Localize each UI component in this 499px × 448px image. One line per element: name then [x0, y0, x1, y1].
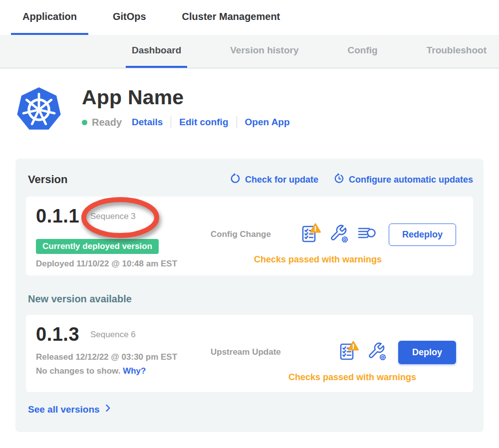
current-checks-status: Checks passed with warnings: [254, 254, 463, 265]
no-changes-text: No changes to show.: [36, 366, 120, 376]
current-version-sequence: Sequence 3: [90, 212, 136, 222]
available-version-sequence: Sequence 6: [90, 330, 136, 340]
check-for-update-label: Check for update: [245, 175, 318, 185]
current-version-number: 0.1.1: [36, 206, 79, 227]
tab-application[interactable]: Application: [11, 0, 88, 35]
status-ready-dot: [82, 120, 87, 125]
refresh-icon: [230, 173, 241, 187]
app-title: App Name: [82, 86, 290, 109]
tab-cluster-management[interactable]: Cluster Management: [171, 0, 292, 35]
app-sub-nav: Dashboard Version history Config Trouble…: [0, 35, 499, 68]
edit-config-icon[interactable]: [366, 340, 388, 364]
tab-version-history[interactable]: Version history: [224, 35, 304, 68]
tab-troubleshoot[interactable]: Troubleshoot: [421, 35, 493, 68]
view-diff-icon[interactable]: [357, 223, 379, 246]
available-version-type: Upstream Update: [211, 347, 281, 357]
edit-config-icon[interactable]: [328, 223, 350, 246]
see-all-versions-label: See all versions: [28, 404, 100, 415]
status-text: Ready: [92, 117, 122, 128]
chevron-right-icon: [103, 403, 113, 416]
current-version-type: Config Change: [211, 229, 271, 239]
configure-automatic-updates-link[interactable]: Configure automatic updates: [333, 173, 473, 187]
tab-config[interactable]: Config: [342, 35, 384, 68]
kubernetes-logo-icon: [15, 86, 63, 136]
check-for-update-link[interactable]: Check for update: [230, 173, 318, 187]
version-card: Version Check for update: [15, 159, 484, 432]
redeploy-button[interactable]: Redeploy: [389, 224, 456, 246]
released-timestamp: Released 12/12/22 @ 03:30 pm EST: [36, 352, 211, 362]
current-version-row: 0.1.1 Sequence 3 Currently deployed vers…: [26, 197, 473, 275]
version-card-title: Version: [26, 173, 67, 186]
available-version-number: 0.1.3: [36, 324, 79, 345]
new-version-heading: New version available: [26, 293, 473, 305]
why-link[interactable]: Why?: [123, 366, 146, 376]
currently-deployed-badge: Currently deployed version: [36, 239, 159, 254]
available-version-row: 0.1.3 Sequence 6 Released 12/12/22 @ 03:…: [26, 315, 473, 392]
clock-refresh-icon: [333, 173, 345, 187]
open-app-link[interactable]: Open App: [245, 117, 290, 128]
edit-config-link[interactable]: Edit config: [179, 117, 228, 128]
preflight-checks-icon[interactable]: [338, 340, 360, 364]
divider: [171, 116, 171, 128]
details-link[interactable]: Details: [132, 117, 163, 128]
app-header: App Name Ready Details Edit config Open …: [15, 86, 290, 136]
see-all-versions-link[interactable]: See all versions: [26, 403, 473, 416]
preflight-checks-icon[interactable]: [300, 223, 322, 246]
deploy-button[interactable]: Deploy: [398, 341, 456, 364]
available-checks-status: Checks passed with warnings: [288, 372, 463, 383]
tab-gitops[interactable]: GitOps: [101, 0, 158, 35]
configure-automatic-updates-label: Configure automatic updates: [349, 175, 473, 185]
divider: [237, 116, 237, 128]
deployed-timestamp: Deployed 11/10/22 @ 10:48 am EST: [36, 259, 211, 269]
tab-dashboard[interactable]: Dashboard: [126, 35, 187, 68]
top-nav: Application GitOps Cluster Management: [0, 0, 499, 35]
